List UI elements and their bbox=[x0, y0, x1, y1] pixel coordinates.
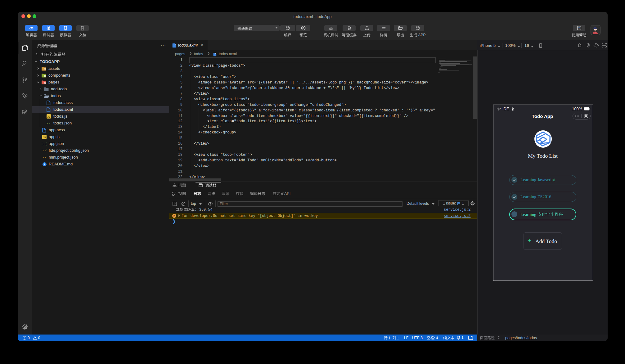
svg-text:JS: JS bbox=[47, 115, 50, 118]
svg-text:?: ? bbox=[578, 26, 580, 29]
svg-text:{··}: {··} bbox=[46, 122, 51, 125]
svg-text:JS: JS bbox=[43, 136, 46, 139]
svg-text:{··}: {··} bbox=[42, 142, 47, 146]
svg-text:{··}: {··} bbox=[42, 156, 47, 160]
svg-text:i: i bbox=[44, 163, 45, 166]
svg-text:{··}: {··} bbox=[42, 149, 47, 153]
